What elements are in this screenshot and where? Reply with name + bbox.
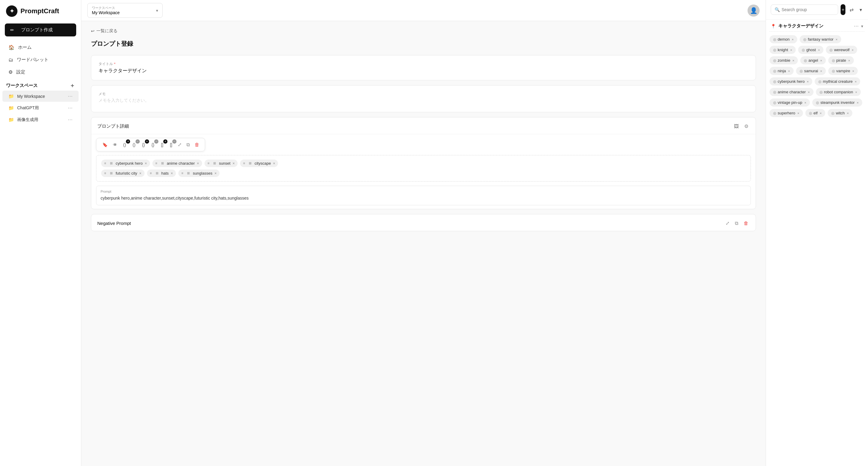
remove-group-tag-vampire[interactable]: × [852,69,854,73]
gtag-pin-icon-robot: ◎ [819,90,823,94]
group-tag-pirate[interactable]: ◎ pirate × [828,56,854,64]
remove-tag-cyberpunk[interactable]: × [145,161,147,166]
transfer-icon[interactable]: ⇄ [848,5,855,14]
group-tag-zombie[interactable]: ◎ zombie × [770,56,798,64]
settings-icon[interactable]: ⚙ [743,122,750,130]
tag-chip-sunset[interactable]: ≡ ⊞ sunset × [205,160,238,167]
gear-icon: ⚙ [8,69,13,75]
create-prompt-button[interactable]: ✏ プロンプト作成 [5,24,76,36]
group-tag-cyberpunk-hero[interactable]: ◎ cyberpunk hero × [770,77,812,86]
tags-row-2: ≡ ⊞ futuristic city × ≡ ⊞ hats × ≡ ⊞ [101,169,746,177]
group-collapse-icon[interactable]: ▾ [861,24,863,29]
remove-group-tag-ch[interactable]: × [807,80,809,84]
bracket-minus-button[interactable]: () − [130,141,137,148]
group-tag-samurai[interactable]: ◎ samurai × [796,67,826,75]
remove-group-tag-knight[interactable]: × [790,48,792,52]
remove-group-tag-fw[interactable]: × [835,38,837,41]
remove-group-tag-ac[interactable]: × [808,90,810,94]
tags-area: ≡ ⊞ cyberpunk hero × ≡ ⊞ anime character… [96,155,751,181]
remove-tag-sunset[interactable]: × [232,161,235,166]
tag-chip-anime[interactable]: ≡ ⊞ anime character × [152,160,202,167]
workspace-item-image[interactable]: 📁 画像生成用 ⋯ [2,114,79,125]
group-tag-witch[interactable]: ◎ witch × [828,109,852,117]
remove-group-tag-vp[interactable]: × [804,101,806,104]
remove-group-tag-sp[interactable]: × [857,101,859,104]
square-plus-button[interactable]: [] + [158,141,166,148]
remove-group-tag-ninja[interactable]: × [788,69,790,73]
eye-button[interactable]: 👁 [111,141,119,148]
expand-icon[interactable]: ⤢ [177,141,183,149]
group-tag-angel[interactable]: ◎ angel × [800,56,826,64]
remove-tag-futuristic[interactable]: × [140,171,142,175]
remove-group-tag-witch[interactable]: × [847,111,849,115]
remove-tag-sunglasses[interactable]: × [214,171,217,175]
tag-chip-hats[interactable]: ≡ ⊞ hats × [147,169,176,177]
group-tag-knight[interactable]: ◎ knight × [770,46,796,54]
delete-negative-icon[interactable]: 🗑 [742,220,750,227]
group-tag-superhero[interactable]: ◎ superhero × [770,109,803,117]
remove-group-tag-pirate[interactable]: × [848,59,850,62]
sidebar-item-settings[interactable]: ⚙ 設定 [2,66,79,78]
tag-chip-cityscape[interactable]: ≡ ⊞ cityscape × [240,160,278,167]
remove-group-tag-elf[interactable]: × [820,111,822,115]
curly-plus-button[interactable]: {} + [140,141,147,148]
remove-group-tag-demon[interactable]: × [792,38,794,41]
delete-icon[interactable]: 🗑 [193,141,200,149]
group-tag-anime-char[interactable]: ◎ anime character × [770,88,813,96]
back-link[interactable]: ↩ 一覧に戻る [91,28,756,34]
chevron-down-panel-icon[interactable]: ▾ [858,5,864,14]
remove-group-tag-ww[interactable]: × [852,48,854,52]
group-tag-elf[interactable]: ◎ elf × [805,109,825,117]
title-value[interactable]: キャラクターデザイン [98,68,748,74]
sidebar-item-word-palette[interactable]: 🗂 ワードパレット [2,54,79,66]
group-tag-werewolf[interactable]: ◎ werewolf × [826,46,857,54]
workspace-item-my[interactable]: 📁 My Workspace ⋯ [2,91,79,102]
tag-chip-futuristic[interactable]: ≡ ⊞ futuristic city × [101,169,145,177]
remove-tag-hats[interactable]: × [171,171,173,175]
remove-group-tag-zombie[interactable]: × [793,59,794,62]
remove-tag-anime[interactable]: × [197,161,199,166]
remove-group-tag-ghost[interactable]: × [818,48,820,52]
image-icon[interactable]: 🖼 [733,123,740,130]
add-workspace-icon[interactable]: ＋ [69,82,75,89]
expand-negative-icon[interactable]: ⤢ [724,219,731,227]
remove-group-tag-sh[interactable]: × [798,111,799,115]
tag-chip-cyberpunk[interactable]: ≡ ⊞ cyberpunk hero × [101,160,150,167]
more-icon-image[interactable]: ⋯ [68,117,72,123]
group-tag-ghost[interactable]: ◎ ghost × [798,46,824,54]
group-tag-vampire[interactable]: ◎ vampire × [828,67,858,75]
workspace-selector[interactable]: ワークスペース My Workspace ▾ [87,3,163,18]
more-icon-chatgpt[interactable]: ⋯ [68,105,72,111]
remove-tag-cityscape[interactable]: × [273,161,275,166]
group-tag-vintage[interactable]: ◎ vintage pin-up × [770,98,810,106]
group-tags: ◎ demon × ◎ fantasy warrior × ◎ knight ×… [770,35,864,117]
square-minus-button[interactable]: [] − [167,141,175,148]
folder-icon-chatgpt: 📁 [8,105,14,111]
workspace-item-chatgpt[interactable]: 📁 ChatGPT用 ⋯ [2,102,79,113]
more-icon[interactable]: ⋯ [68,93,72,99]
remove-group-tag-robot[interactable]: × [855,90,857,94]
remove-group-tag-angel[interactable]: × [820,59,822,62]
search-input[interactable] [781,7,834,12]
group-tag-mythical[interactable]: ◎ mythical creature × [815,77,860,86]
sidebar-item-home[interactable]: 🏠 ホーム [2,41,79,53]
user-avatar[interactable]: 👤 [747,4,760,16]
group-tag-robot[interactable]: ◎ robot companion × [816,88,861,96]
remove-group-tag-samurai[interactable]: × [820,69,822,73]
bracket-plus-button[interactable]: () + [121,141,128,148]
curly-minus-button[interactable]: {} − [149,141,157,148]
bookmark-button[interactable]: 🔖 [101,141,109,148]
add-group-button[interactable]: ＋ [841,4,845,15]
group-tag-demon[interactable]: ◎ demon × [770,35,797,43]
group-tag-ninja[interactable]: ◎ ninja × [770,67,794,75]
group-tag-steampunk[interactable]: ◎ steampunk inventor × [812,98,862,106]
gtag-pin-icon-zombie: ◎ [773,58,776,63]
copy-negative-icon[interactable]: ⧉ [734,220,739,227]
tag-chip-sunglasses[interactable]: ≡ ⊞ sunglasses × [178,169,220,177]
group-more-icon[interactable]: ⋯ [854,23,859,29]
copy-icon[interactable]: ⧉ [185,141,191,149]
remove-group-tag-myth[interactable]: × [855,80,857,84]
memo-field[interactable]: メモ メモを入力してください。 [91,85,756,112]
group-pin-icon: 📍 [771,24,776,29]
group-tag-fantasy-warrior[interactable]: ◎ fantasy warrior × [800,35,841,43]
